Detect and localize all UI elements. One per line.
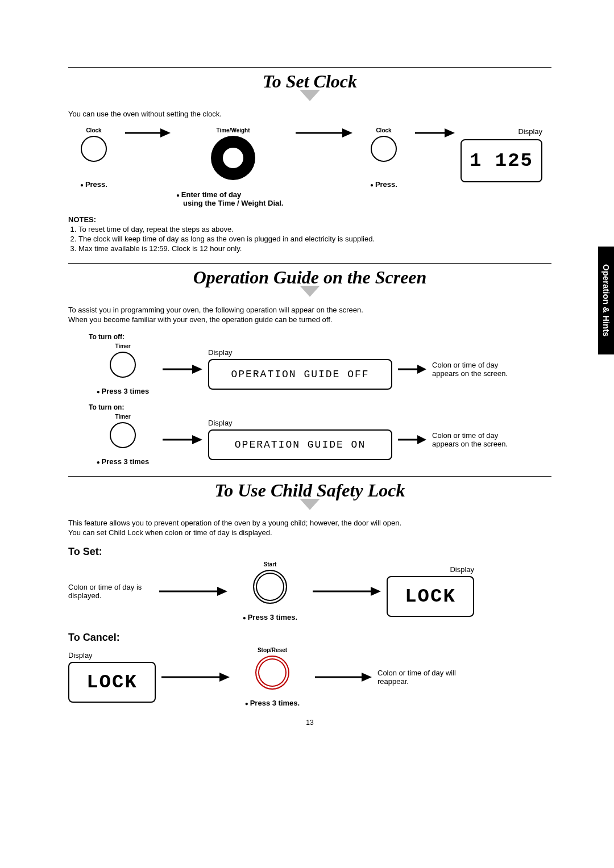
display-value: OPERATION GUIDE OFF	[231, 369, 369, 380]
colon-displayed-text: Colon or time of day is displayed.	[68, 583, 154, 600]
arrow-right-icon	[415, 127, 455, 139]
display-label: Display	[450, 565, 474, 574]
press-3-times-instruction: Press 3 times	[97, 387, 150, 395]
notes-heading: NOTES:	[68, 215, 551, 224]
timer-button-icon	[110, 352, 136, 378]
notes-list: To reset time of day, repeat the steps a…	[68, 225, 551, 253]
result-text: Colon or time of day appears on the scre…	[432, 431, 523, 448]
arrow-right-icon	[161, 671, 230, 683]
svg-marker-9	[417, 365, 426, 374]
enter-time-instruction-2: using the Time / Weight Dial.	[183, 199, 290, 207]
timer-button-label: Timer	[115, 414, 130, 420]
clock-button-icon	[371, 136, 397, 162]
dial-label: Time/Weight	[216, 127, 250, 133]
display-screen: 1 125	[460, 139, 542, 182]
to-cancel-heading: To Cancel:	[68, 632, 551, 644]
press-instruction: Press.	[80, 180, 107, 189]
timer-button-icon	[110, 422, 136, 448]
arrow-right-icon	[296, 127, 352, 139]
clock-button-icon	[81, 136, 107, 162]
intro-text: To assist you in programming your oven, …	[68, 305, 551, 325]
note-item: Max time available is 12:59. Clock is 12…	[78, 244, 551, 253]
clock-button-label: Clock	[376, 127, 391, 133]
press-3-times-instruction: Press 3 times	[97, 457, 150, 466]
note-item: To reset time of day, repeat the steps a…	[78, 225, 551, 233]
page-number: 13	[68, 719, 551, 727]
svg-marker-1	[160, 128, 171, 137]
display-label: Display	[208, 419, 233, 427]
clock-button-label: Clock	[86, 127, 101, 133]
display-screen: OPERATION GUIDE OFF	[208, 359, 392, 390]
stop-reset-button-label: Stop/Reset	[258, 647, 287, 653]
side-tab-operation-hints: Operation & Hints	[598, 247, 614, 354]
intro-text: This feature allows you to prevent opera…	[68, 518, 551, 538]
arrow-right-icon	[398, 434, 426, 445]
svg-marker-21	[362, 673, 372, 682]
to-set-heading: To Set:	[68, 546, 551, 558]
display-value: LOCK	[86, 671, 138, 693]
arrow-right-icon	[159, 586, 227, 597]
start-button-label: Start	[264, 561, 277, 567]
press-instruction: Press.	[370, 180, 397, 189]
result-text: Colon or time of day appears on the scre…	[432, 361, 523, 378]
display-screen: OPERATION GUIDE ON	[208, 429, 392, 460]
time-weight-dial-icon	[211, 136, 255, 180]
svg-marker-19	[219, 673, 230, 682]
display-label: Display	[518, 127, 542, 136]
arrow-right-icon	[125, 127, 171, 139]
section-title-operation-guide: Operation Guide on the Screen	[68, 267, 551, 288]
display-label: Display	[208, 348, 233, 357]
arrow-right-icon	[163, 434, 202, 445]
svg-marker-5	[445, 128, 455, 137]
svg-marker-7	[192, 365, 202, 374]
divider	[68, 67, 551, 68]
svg-marker-17	[371, 587, 381, 596]
section-title-set-clock: To Set Clock	[68, 71, 551, 92]
result-text: Colon or time of day will reappear.	[377, 669, 468, 686]
svg-marker-3	[342, 128, 352, 137]
press-3-times-instruction: Press 3 times.	[243, 613, 297, 621]
arrow-right-icon	[313, 586, 381, 597]
timer-button-label: Timer	[115, 343, 130, 349]
start-button-icon	[253, 570, 287, 604]
display-value: LOCK	[405, 586, 456, 607]
note-item: The clock will keep time of day as long …	[78, 235, 551, 243]
arrow-right-icon	[315, 671, 372, 683]
to-turn-on-heading: To turn on:	[89, 403, 551, 411]
svg-marker-11	[192, 435, 202, 444]
arrow-right-icon	[163, 364, 202, 375]
display-value: 1 125	[470, 150, 533, 172]
stop-reset-button-icon	[255, 656, 289, 690]
enter-time-instruction-1: Enter time of day	[176, 190, 290, 199]
divider	[68, 476, 551, 477]
section-title-child-lock: To Use Child Safety Lock	[68, 480, 551, 501]
to-turn-off-heading: To turn off:	[89, 333, 551, 341]
divider	[68, 263, 551, 264]
arrow-right-icon	[398, 364, 426, 375]
display-label: Display	[68, 651, 93, 660]
press-3-times-instruction: Press 3 times.	[245, 699, 300, 707]
display-screen: LOCK	[68, 662, 156, 703]
svg-marker-13	[417, 435, 426, 444]
display-screen: LOCK	[387, 576, 474, 617]
display-value: OPERATION GUIDE ON	[235, 439, 366, 450]
svg-marker-15	[217, 587, 227, 596]
intro-text: You can use the oven without setting the…	[68, 109, 551, 119]
